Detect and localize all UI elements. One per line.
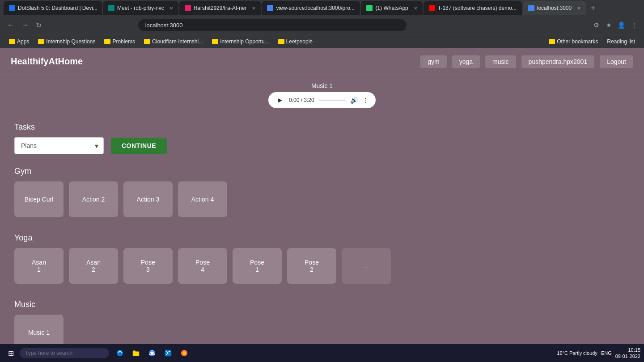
bookmark-folder-icon <box>9 39 15 44</box>
tab-localhost[interactable]: localhost:3000 ✕ <box>523 1 586 15</box>
tab-label: view-source:localhost:3000/pro... <box>276 5 354 11</box>
gym-items-row: Bicep Curl Action 2 Action 3 Action 4 <box>14 181 630 221</box>
continue-button[interactable]: CONTINUE <box>111 138 167 154</box>
forward-button[interactable]: → <box>20 19 30 31</box>
svg-rect-0 <box>133 351 139 356</box>
tab-dotslash[interactable]: DotSlash 5.0: Dashboard | Devi... ✕ <box>4 1 102 15</box>
nav-user[interactable]: pushpendra.hpx2001 <box>521 55 595 68</box>
address-bar: ← → ↻ ⚙ ★ 👤 ⋮ <box>0 16 644 34</box>
app-brand: HealthifyAtHome <box>11 56 83 67</box>
reading-list-label: Reading list <box>607 38 635 45</box>
tab-harshit[interactable]: Harshit2929/tra-AI-ner ✕ <box>179 1 261 15</box>
tab-bar: DotSlash 5.0: Dashboard | Devi... ✕ Meet… <box>0 0 644 16</box>
taskbar-time: 10:15 09-01-2022 <box>615 347 640 360</box>
menu-icon[interactable]: ⋮ <box>630 21 639 29</box>
refresh-button[interactable]: ↻ <box>34 19 43 31</box>
tab-close-icon[interactable]: ✕ <box>577 6 580 11</box>
toolbar-icons: ⚙ ★ 👤 ⋮ <box>592 21 639 29</box>
bookmark-problems[interactable]: Problems <box>101 37 139 46</box>
audio-progress[interactable] <box>319 100 346 101</box>
audio-menu-icon[interactable]: ⋮ <box>362 97 369 104</box>
app-content: HealthifyAtHome gym yoga music pushpendr… <box>0 48 644 362</box>
bookmark-folder-icon <box>549 39 555 44</box>
nav-links: gym yoga music pushpendra.hpx2001 Logout <box>420 55 633 68</box>
taskbar-time-value: 10:15 <box>615 347 640 353</box>
tasks-heading: Tasks <box>14 122 630 132</box>
taskbar-app-explorer[interactable] <box>129 346 143 360</box>
tab-favicon <box>185 5 191 11</box>
volume-icon[interactable]: 🔊 <box>350 97 358 104</box>
extensions-icon[interactable]: ⚙ <box>592 21 601 29</box>
bookmark-right: Other bookmarks Reading list <box>545 37 639 46</box>
tab-close-icon[interactable]: ✕ <box>169 6 173 11</box>
play-button[interactable]: ▶ <box>275 96 284 105</box>
bookmark-label: Problems <box>112 38 135 45</box>
bookmark-internship-q[interactable]: Internship Questions <box>34 37 99 46</box>
yoga-item-asan2[interactable]: Asan2 <box>69 248 118 284</box>
bookmark-internship-opp[interactable]: Internship Opportu... <box>208 37 272 46</box>
tab-close-icon[interactable]: ✕ <box>360 6 360 11</box>
profile-icon[interactable]: 👤 <box>617 21 626 29</box>
bookmark-folder-icon <box>144 39 150 44</box>
tab-close-icon[interactable]: ✕ <box>414 6 417 11</box>
gym-item-action3[interactable]: Action 3 <box>123 181 173 217</box>
reading-list[interactable]: Reading list <box>603 37 639 46</box>
yoga-item-asan1[interactable]: Asan1 <box>14 248 64 284</box>
taskbar-app-firefox[interactable] <box>177 346 191 360</box>
app-navbar: HealthifyAtHome gym yoga music pushpendr… <box>0 48 644 75</box>
start-button[interactable]: ⊞ <box>4 346 18 360</box>
plans-select[interactable]: Plans <box>14 137 104 154</box>
taskbar-search-input[interactable] <box>20 348 109 358</box>
gym-item-bicep-curl[interactable]: Bicep Curl <box>14 181 64 217</box>
tab-label: localhost:3000 <box>537 5 572 11</box>
tab-favicon <box>267 5 273 11</box>
yoga-item-pose4[interactable]: Pose4 <box>178 248 227 284</box>
nav-gym[interactable]: gym <box>420 55 446 68</box>
bookmark-leetpeople[interactable]: Leetpeople <box>275 37 316 46</box>
tab-whatsapp[interactable]: (1) WhatsApp ✕ <box>361 1 422 15</box>
nav-yoga[interactable]: yoga <box>452 55 480 68</box>
yoga-item-pose1[interactable]: Pose1 <box>233 248 282 284</box>
tasks-row: Plans CONTINUE <box>14 137 630 154</box>
tab-t187[interactable]: T-187 (software chasers) demo... ✕ <box>424 1 522 15</box>
other-bookmarks[interactable]: Other bookmarks <box>545 37 602 46</box>
gym-item-action4[interactable]: Action 4 <box>178 181 227 217</box>
svg-point-3 <box>151 352 153 354</box>
taskbar-app-edge[interactable] <box>113 346 127 360</box>
tab-label: DotSlash 5.0: Dashboard | Devi... <box>18 5 97 11</box>
taskbar-lang: ENG <box>601 350 612 356</box>
bookmark-icon[interactable]: ★ <box>605 21 614 29</box>
bookmark-folder-icon <box>212 39 218 44</box>
bookmark-apps[interactable]: Apps <box>5 37 33 46</box>
back-button[interactable]: ← <box>5 19 16 31</box>
nav-music[interactable]: music <box>485 55 516 68</box>
yoga-heading: Yoga <box>14 233 630 243</box>
tab-label: Meet - rqb-prby-nvc <box>117 5 164 11</box>
bookmark-label: Cloudflare Internshi... <box>152 38 203 45</box>
bookmark-cloudflare[interactable]: Cloudflare Internshi... <box>140 37 207 46</box>
gym-section: Gym Bicep Curl Action 2 Action 3 Action … <box>14 167 630 221</box>
address-input[interactable] <box>138 19 407 31</box>
tab-label: T-187 (software chasers) demo... <box>438 5 517 11</box>
gym-item-action2[interactable]: Action 2 <box>69 181 118 217</box>
bookmark-folder-icon <box>104 39 110 44</box>
bookmark-bar: Apps Internship Questions Problems Cloud… <box>0 34 644 48</box>
taskbar-app-vscode[interactable] <box>161 346 175 360</box>
taskbar-weather: 19°C Partly cloudy <box>557 350 597 356</box>
new-tab-button[interactable]: + <box>587 2 599 14</box>
yoga-item-more[interactable]: ... <box>342 248 391 284</box>
taskbar: ⊞ 19°C Partly cloudy ENG 10:15 09-01-202… <box>0 344 644 362</box>
music-banner: Music 1 ▶ 0:00 / 3:20 🔊 ⋮ <box>0 75 644 112</box>
music-player-title: Music 1 <box>311 82 333 89</box>
bookmark-label: Apps <box>17 38 29 45</box>
taskbar-icons-right: ENG <box>601 350 612 356</box>
yoga-item-pose2[interactable]: Pose2 <box>287 248 336 284</box>
audio-time: 0:00 / 3:20 <box>289 97 314 103</box>
tab-close-icon[interactable]: ✕ <box>252 6 255 11</box>
tab-meet[interactable]: Meet - rqb-prby-nvc ✕ <box>103 1 178 15</box>
yoga-item-pose3[interactable]: Pose3 <box>123 248 173 284</box>
taskbar-app-chrome[interactable] <box>145 346 159 360</box>
nav-logout[interactable]: Logout <box>600 55 633 68</box>
tab-viewsource[interactable]: view-source:localhost:3000/pro... ✕ <box>262 1 360 15</box>
svg-rect-1 <box>133 351 136 352</box>
